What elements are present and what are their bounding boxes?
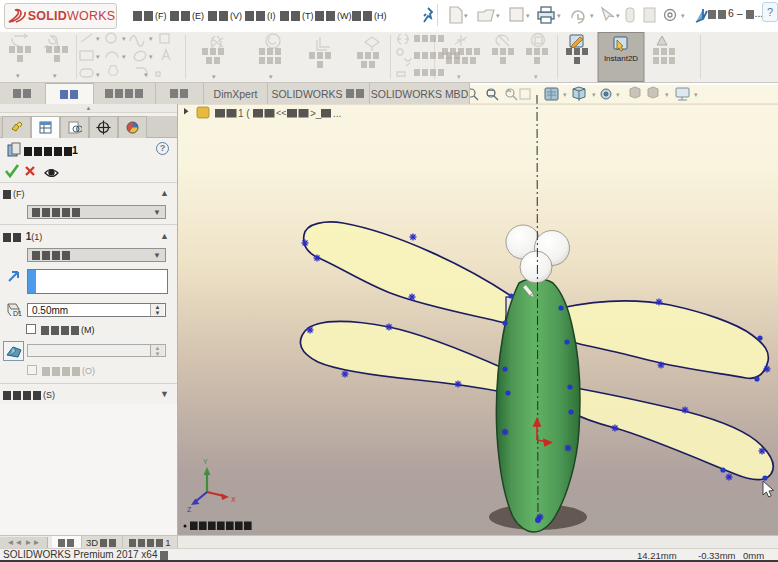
svg-text:▾: ▾ <box>616 91 620 98</box>
svg-text:>_: >_ <box>310 108 322 119</box>
svg-text:▾: ▾ <box>464 12 468 19</box>
svg-text:...: ... <box>333 108 341 119</box>
svg-text:▾: ▾ <box>694 91 698 98</box>
svg-text:▾: ▾ <box>16 72 20 79</box>
svg-text:▾: ▾ <box>122 53 126 60</box>
svg-text:▾: ▾ <box>526 12 530 19</box>
svg-text:▾: ▾ <box>122 35 126 42</box>
svg-text:▾: ▾ <box>616 12 620 19</box>
svg-text:▾: ▾ <box>269 73 273 80</box>
svg-text:▾: ▾ <box>590 12 594 19</box>
svg-text:▾: ▾ <box>496 12 500 19</box>
svg-text:▾: ▾ <box>665 91 669 98</box>
svg-text:▾: ▾ <box>592 91 596 98</box>
svg-text:X: X <box>231 496 236 503</box>
svg-text:▾: ▾ <box>53 72 57 79</box>
svg-text:▾: ▾ <box>144 71 148 78</box>
svg-text:Y: Y <box>203 458 208 465</box>
svg-text:1 (: 1 ( <box>238 108 250 119</box>
svg-text:▾: ▾ <box>534 73 538 80</box>
svg-text:▾: ▾ <box>457 73 461 80</box>
svg-text:D1: D1 <box>13 310 22 317</box>
svg-text:▾: ▾ <box>149 53 153 60</box>
svg-text:▾: ▾ <box>563 91 567 98</box>
svg-text:▾: ▾ <box>96 53 100 60</box>
svg-text:▾: ▾ <box>96 35 100 42</box>
svg-text:Z: Z <box>187 506 192 513</box>
svg-text:▾: ▾ <box>149 35 153 42</box>
svg-text:▾: ▾ <box>96 71 100 78</box>
svg-text:<<: << <box>276 108 287 118</box>
svg-text:▾: ▾ <box>557 12 561 19</box>
svg-text:▾: ▾ <box>212 73 216 80</box>
svg-text:▾: ▾ <box>681 12 685 19</box>
